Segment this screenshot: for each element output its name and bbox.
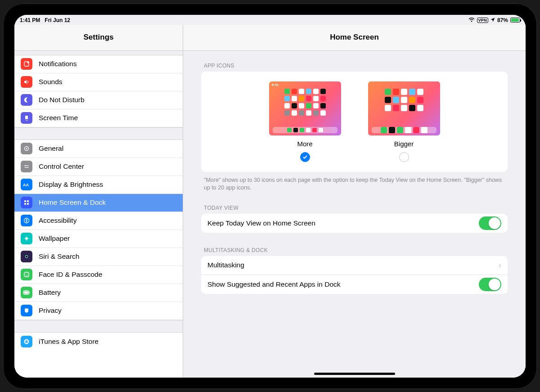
- svg-rect-15: [27, 203, 29, 205]
- row-label: Keep Today View on Home Screen: [207, 219, 315, 227]
- sidebar-item-label: General: [39, 144, 63, 153]
- sidebar-item-label: Battery: [39, 288, 61, 297]
- sidebar-item-faceid[interactable]: Face ID & Passcode: [14, 266, 183, 284]
- svg-point-1: [27, 62, 29, 63]
- split-view: Settings NotificationsSoundsDo Not Distu…: [14, 25, 526, 378]
- sidebar-item-sounds[interactable]: Sounds: [14, 73, 183, 91]
- sidebar-item-label: Sounds: [39, 78, 63, 86]
- svg-rect-2: [25, 116, 28, 119]
- svg-point-26: [25, 274, 26, 274]
- sidebar-item-label: Face ID & Passcode: [39, 270, 102, 279]
- sidebar-item-siri[interactable]: Siri & Search: [14, 248, 183, 266]
- section-gap: [14, 51, 183, 55]
- appstore-icon: [21, 336, 32, 347]
- sidebar-item-label: Wallpaper: [39, 234, 70, 243]
- sidebar-item-battery[interactable]: Battery: [14, 284, 183, 302]
- section-header-today-view: TODAY VIEW: [201, 201, 508, 214]
- svg-rect-4: [26, 120, 27, 121]
- app-icon-option-label: More: [297, 140, 312, 148]
- app-icons-panel: 9:41MoreBigger: [201, 72, 508, 172]
- control-center-icon: [21, 161, 32, 172]
- svg-rect-30: [24, 292, 28, 294]
- sidebar-item-display[interactable]: AADisplay & Brightness: [14, 176, 183, 194]
- wallpaper-icon: [21, 233, 32, 244]
- svg-rect-8: [26, 165, 29, 166]
- status-date: Fri Jun 12: [45, 17, 70, 23]
- sidebar-list[interactable]: NotificationsSoundsDo Not DisturbScreen …: [14, 51, 183, 378]
- sidebar-item-general[interactable]: General: [14, 140, 183, 158]
- sidebar-item-screen-time[interactable]: Screen Time: [14, 109, 183, 127]
- sidebar-item-label: Screen Time: [39, 114, 78, 122]
- notifications-icon: [21, 58, 32, 70]
- battery-pct: 87%: [497, 17, 508, 23]
- section-header-app-icons: APP ICONS: [201, 59, 508, 72]
- sidebar-item-home-screen-dock[interactable]: Home Screen & Dock: [14, 194, 183, 212]
- sidebar-item-label: Do Not Disturb: [39, 96, 85, 104]
- row-label: Show Suggested and Recent Apps in Dock: [207, 280, 341, 288]
- row-label: Multitasking: [207, 261, 244, 269]
- svg-rect-25: [24, 272, 29, 277]
- svg-point-9: [27, 167, 29, 168]
- screen-time-icon: [21, 112, 32, 124]
- siri-icon: [21, 251, 32, 262]
- today-view-panel: Keep Today View on Home Screen: [201, 214, 508, 233]
- section-gap: [14, 127, 183, 140]
- sidebar-item-notifications[interactable]: Notifications: [14, 55, 183, 73]
- device-frame: 1:41 PM Fri Jun 12 VPN 87% Settings Noti…: [3, 3, 537, 389]
- accessibility-icon: [21, 215, 32, 226]
- sidebar-item-label: Accessibility: [39, 216, 76, 225]
- sidebar-item-label: Privacy: [39, 306, 62, 315]
- svg-point-6: [26, 148, 27, 149]
- app-icon-option-more[interactable]: 9:41More: [269, 81, 341, 162]
- toggle-suggested-apps[interactable]: [479, 278, 501, 291]
- battery-icon: [21, 287, 32, 298]
- sounds-icon: [21, 76, 32, 88]
- wifi-icon: [468, 17, 475, 23]
- svg-point-3: [26, 119, 27, 119]
- svg-point-27: [27, 274, 27, 274]
- svg-rect-12: [24, 200, 26, 202]
- svg-rect-29: [29, 292, 30, 293]
- multitasking-panel: Multitasking›Show Suggested and Recent A…: [201, 256, 508, 294]
- detail-panel: Home Screen APP ICONS 9:41MoreBigger "Mo…: [183, 25, 526, 378]
- radio-more[interactable]: [300, 152, 310, 162]
- svg-rect-10: [25, 167, 27, 167]
- sidebar-item-label: iTunes & App Store: [39, 338, 99, 346]
- sidebar-item-control-center[interactable]: Control Center: [14, 158, 183, 176]
- sidebar-title: Settings: [14, 25, 183, 51]
- svg-rect-14: [24, 203, 26, 205]
- svg-text:AA: AA: [23, 183, 29, 187]
- toggle-keep-today-view[interactable]: [479, 216, 501, 230]
- general-icon: [21, 143, 32, 154]
- do-not-disturb-icon: [21, 94, 32, 106]
- section-header-multitasking: MULTITASKING & DOCK: [201, 243, 508, 256]
- detail-title: Home Screen: [183, 25, 526, 51]
- svg-rect-13: [27, 200, 29, 202]
- sidebar-item-appstore[interactable]: iTunes & App Store: [14, 333, 183, 351]
- home-indicator[interactable]: [314, 373, 395, 375]
- chevron-right-icon: ›: [499, 261, 501, 270]
- display-icon: AA: [21, 179, 32, 190]
- svg-point-18: [25, 237, 28, 240]
- app-icon-option-label: Bigger: [394, 140, 414, 148]
- vpn-badge: VPN: [477, 18, 488, 23]
- status-time: 1:41 PM: [20, 17, 40, 23]
- sidebar-item-label: Display & Brightness: [39, 180, 103, 189]
- svg-point-17: [26, 219, 27, 220]
- row-multitasking[interactable]: Multitasking›: [201, 256, 508, 275]
- faceid-icon: [21, 269, 32, 280]
- sidebar: Settings NotificationsSoundsDo Not Distu…: [14, 25, 183, 378]
- privacy-icon: [21, 305, 32, 316]
- app-icon-thumbnail-more: 9:41: [269, 81, 341, 135]
- sidebar-item-accessibility[interactable]: Accessibility: [14, 212, 183, 230]
- screen: 1:41 PM Fri Jun 12 VPN 87% Settings Noti…: [14, 15, 526, 378]
- sidebar-item-wallpaper[interactable]: Wallpaper: [14, 230, 183, 248]
- battery-icon: [510, 18, 520, 23]
- sidebar-item-do-not-disturb[interactable]: Do Not Disturb: [14, 91, 183, 109]
- radio-bigger[interactable]: [399, 152, 409, 162]
- sidebar-item-label: Siri & Search: [39, 252, 79, 261]
- app-icon-option-bigger[interactable]: Bigger: [368, 81, 440, 162]
- sidebar-item-privacy[interactable]: Privacy: [14, 302, 183, 320]
- row-suggested-apps[interactable]: Show Suggested and Recent Apps in Dock: [201, 275, 508, 294]
- row-keep-today-view[interactable]: Keep Today View on Home Screen: [201, 214, 508, 233]
